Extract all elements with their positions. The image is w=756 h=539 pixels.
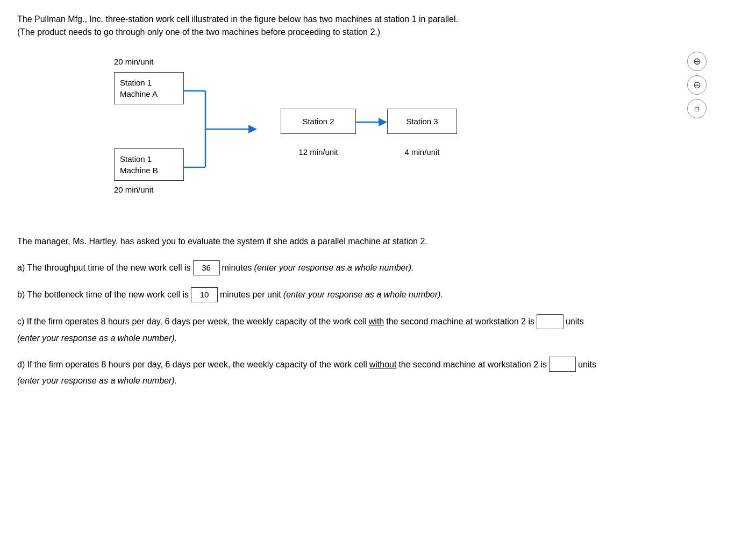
- question-a-suffix: minutes: [222, 261, 252, 275]
- question-d-underline: without: [369, 358, 397, 372]
- question-b-suffix: minutes per unit: [220, 288, 281, 302]
- questions-section: a) The throughput time of the new work c…: [17, 260, 662, 388]
- station3-label: 4 min/unit: [387, 147, 457, 157]
- question-b-italic: (enter your response as a whole number).: [283, 288, 443, 302]
- expand-icon: ⧈: [694, 104, 700, 114]
- station3-box: Station 3: [387, 109, 457, 134]
- question-a: a) The throughput time of the new work c…: [17, 260, 662, 275]
- station2-box: Station 2: [281, 109, 356, 134]
- intro-paragraph: The Pullman Mfg., Inc. three-station wor…: [17, 13, 662, 39]
- question-a-prefix: a) The throughput time of the new work c…: [17, 261, 191, 275]
- manager-text: The manager, Ms. Hartley, has asked you …: [17, 235, 739, 249]
- station1b-line2: Machine B: [120, 166, 158, 175]
- station1b-bottom-label: 20 min/unit: [114, 185, 153, 194]
- zoom-in-button[interactable]: ⊕: [687, 52, 707, 71]
- station1a-top-label: 20 min/unit: [114, 57, 153, 66]
- question-c-italic: (enter your response as a whole number).: [17, 331, 177, 345]
- station3-line1: Station 3: [406, 117, 438, 126]
- question-d: d) If the firm operates 8 hours per day,…: [17, 357, 662, 388]
- svg-marker-4: [248, 125, 257, 133]
- question-d-italic: (enter your response as a whole number).: [17, 374, 177, 388]
- intro-line2: (The product needs to go through only on…: [17, 26, 662, 39]
- station1b-box: Station 1 Machine B: [114, 148, 184, 181]
- arrow-s2-s3: [356, 109, 388, 136]
- question-b-input[interactable]: [191, 287, 218, 302]
- expand-button[interactable]: ⧈: [687, 99, 707, 118]
- question-c: c) If the firm operates 8 hours per day,…: [17, 314, 662, 345]
- question-a-input[interactable]: [193, 260, 220, 275]
- diagram-container: ⊕ ⊖ ⧈ 20 min/unit Station 1 Machine A St…: [17, 52, 739, 213]
- zoom-in-icon: ⊕: [693, 55, 701, 67]
- question-d-prefix: d) If the firm operates 8 hours per day,…: [17, 358, 367, 372]
- zoom-controls: ⊕ ⊖ ⧈: [687, 52, 707, 118]
- station1a-line1: Station 1: [120, 78, 152, 87]
- station2-label: 12 min/unit: [281, 147, 356, 157]
- intro-line1: The Pullman Mfg., Inc. three-station wor…: [17, 13, 662, 26]
- question-c-prefix: c) If the firm operates 8 hours per day,…: [17, 315, 367, 329]
- question-c-middle: the second machine at workstation 2 is: [386, 315, 534, 329]
- station1a-line2: Machine A: [120, 89, 158, 98]
- question-b: b) The bottleneck time of the new work c…: [17, 287, 662, 302]
- question-a-italic: (enter your response as a whole number).: [254, 261, 414, 275]
- station1a-box: Station 1 Machine A: [114, 72, 184, 104]
- svg-marker-6: [379, 118, 387, 126]
- zoom-out-button[interactable]: ⊖: [687, 75, 707, 95]
- question-b-prefix: b) The bottleneck time of the new work c…: [17, 288, 189, 302]
- question-d-input[interactable]: [549, 357, 576, 372]
- question-c-input[interactable]: [537, 314, 564, 329]
- zoom-out-icon: ⊖: [693, 79, 701, 91]
- question-d-suffix: units: [578, 358, 596, 372]
- station1b-line1: Station 1: [120, 154, 152, 164]
- question-d-middle: the second machine at workstation 2 is: [398, 358, 547, 372]
- question-c-suffix: units: [566, 315, 584, 329]
- station2-line1: Station 2: [302, 117, 334, 126]
- question-c-underline: with: [369, 315, 384, 329]
